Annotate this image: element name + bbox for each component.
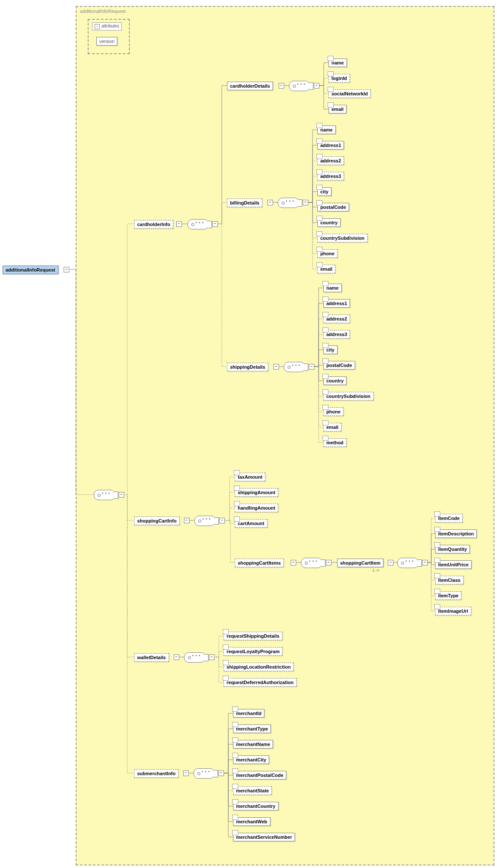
seq-ci — [187, 219, 209, 229]
outer-title: additionalInfoRequest — [80, 9, 126, 14]
attr-marker — [316, 200, 322, 205]
attr-marker — [434, 604, 440, 609]
attr-marker — [322, 420, 328, 425]
field-requestShippingDetails[interactable]: requestShippingDetails — [224, 632, 282, 640]
attr-marker — [328, 56, 334, 61]
attr-marker — [232, 737, 238, 743]
attr-marker — [232, 768, 238, 773]
field-itemUnitPrice[interactable]: itemUnitPrice — [435, 560, 472, 569]
shippingDetails[interactable]: shippingDetails — [227, 363, 268, 371]
cardinality-text: 1..∞ — [372, 568, 379, 572]
walletDetails[interactable]: walletDetails — [134, 653, 169, 662]
seq-smi — [193, 768, 215, 779]
sd-exp[interactable]: − — [273, 364, 279, 370]
seq-item — [397, 558, 419, 568]
ci-exp[interactable]: − — [176, 221, 182, 227]
root-expand[interactable]: − — [64, 267, 69, 272]
attr-marker — [232, 722, 238, 727]
attr-marker — [232, 706, 238, 712]
field-merchantName[interactable]: merchantName — [233, 740, 273, 749]
seq-ci-exp[interactable]: − — [212, 221, 218, 227]
field-merchantType[interactable]: merchantType — [233, 724, 271, 733]
attr-marker — [232, 799, 238, 804]
attr-marker — [234, 501, 240, 506]
shoppingCartItems[interactable]: shoppingCartItems — [235, 559, 284, 567]
wd-exp[interactable]: − — [174, 654, 179, 660]
seq-cd-exp[interactable]: − — [314, 83, 319, 89]
root-node[interactable]: additionalInfoRequest — [3, 266, 58, 274]
scis-exp[interactable]: − — [291, 560, 296, 565]
attr-marker — [316, 262, 322, 267]
field-countrySubdivision[interactable]: countrySubdivision — [323, 392, 374, 400]
field-socialNetworkId[interactable]: socialNetworkId — [328, 89, 371, 98]
attr-marker — [232, 815, 238, 820]
attr-marker — [316, 185, 322, 190]
attr-marker — [434, 511, 440, 517]
field-shippingLocationRestriction[interactable]: shippingLocationRestriction — [224, 663, 294, 671]
attr-marker — [223, 645, 229, 650]
cd-exp[interactable]: − — [279, 83, 284, 89]
attr-marker — [434, 542, 440, 547]
field-requestDeferredAuthorization[interactable]: requestDeferredAuthorization — [224, 678, 297, 687]
outer-dash — [76, 6, 494, 865]
smi-exp[interactable]: − — [183, 770, 189, 776]
seq-smi-exp[interactable]: − — [218, 770, 224, 776]
seq-scis-exp[interactable]: − — [326, 560, 331, 565]
attr-marker — [434, 589, 440, 594]
seq-sd — [284, 362, 305, 372]
seq-root — [94, 490, 115, 500]
billingDetails[interactable]: billingDetails — [227, 199, 262, 207]
field-handlingAmount[interactable]: handlingAmount — [235, 504, 278, 512]
seq-sci-exp[interactable]: − — [219, 518, 225, 523]
field-countrySubdivision[interactable]: countrySubdivision — [317, 234, 368, 242]
sci-exp[interactable]: − — [184, 518, 190, 523]
field-merchantState[interactable]: merchantState — [233, 786, 272, 795]
field-shippingAmount[interactable]: shippingAmount — [235, 488, 278, 497]
seq-wd — [184, 652, 206, 663]
attr-marker — [316, 123, 322, 128]
attr-marker — [223, 629, 229, 634]
attr-marker — [434, 558, 440, 563]
seq-cd — [289, 81, 310, 91]
field-merchantServiceNumber[interactable]: merchantServiceNumber — [233, 833, 295, 841]
attr-marker — [322, 389, 328, 394]
sciitem-exp[interactable]: − — [388, 560, 393, 565]
attr-marker — [328, 102, 334, 107]
attr-marker — [322, 296, 328, 302]
attr-marker — [328, 71, 334, 76]
shoppingCartItem[interactable]: shoppingCartItem — [337, 559, 383, 567]
seq-sd-exp[interactable]: − — [309, 364, 314, 370]
field-requestLoyaltyProgram[interactable]: requestLoyaltyProgram — [224, 647, 282, 656]
attr-marker — [322, 374, 328, 379]
field-merchantCity[interactable]: merchantCity — [233, 755, 269, 764]
minus-icon: − — [95, 24, 100, 29]
attr-marker — [322, 327, 328, 333]
diagram-canvas: additionalInfoRequest −attributes versio… — [0, 0, 497, 868]
cardholderDetails[interactable]: cardholderDetails — [227, 82, 273, 90]
field-merchantPostalCode[interactable]: merchantPostalCode — [233, 771, 286, 779]
seq-bd-exp[interactable]: − — [303, 200, 308, 205]
field-itemDescription[interactable]: itemDescription — [435, 529, 477, 538]
attr-marker — [234, 486, 240, 491]
field-itemQuantity[interactable]: itemQuantity — [435, 545, 470, 553]
attr-marker — [232, 753, 238, 758]
seq-wd-exp[interactable]: − — [209, 654, 215, 660]
shoppingCartInfo[interactable]: shoppingCartInfo — [134, 517, 180, 525]
attr-marker — [232, 830, 238, 835]
attr-marker — [316, 169, 322, 174]
attr-marker — [223, 660, 229, 665]
submerchantInfo[interactable]: submerchantInfo — [134, 769, 178, 778]
attr-marker — [234, 517, 240, 522]
field-merchantWeb[interactable]: merchantWeb — [233, 817, 270, 826]
seq-root-exp[interactable]: − — [119, 492, 124, 498]
attr-marker — [322, 358, 328, 364]
attr-marker — [322, 436, 328, 441]
attr-marker — [316, 154, 322, 159]
cardholderInfo[interactable]: cardholderInfo — [134, 220, 173, 229]
attr-marker — [322, 405, 328, 410]
field-merchantCountry[interactable]: merchantCountry — [233, 802, 279, 810]
field-itemImageUrl[interactable]: itemImageUrl — [435, 607, 471, 615]
bd-exp[interactable]: − — [267, 200, 273, 205]
seq-item-exp[interactable]: − — [422, 560, 428, 565]
version-attr: version — [96, 37, 117, 46]
